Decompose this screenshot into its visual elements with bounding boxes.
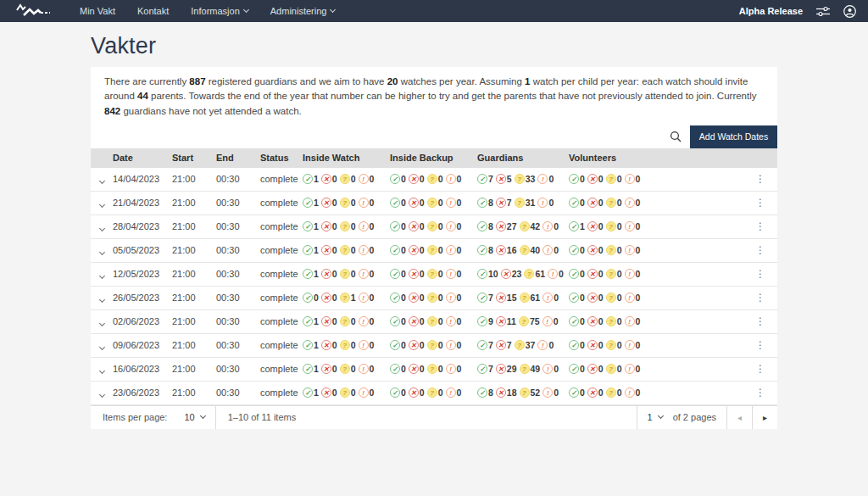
approved-count: 8 [488, 198, 493, 208]
alert-icon: ! [446, 340, 456, 350]
unanswered-icon: ? [427, 364, 437, 374]
row-expander-button[interactable] [98, 195, 106, 211]
row-start: 21:00 [172, 387, 216, 398]
declined-icon: ✕ [321, 221, 331, 231]
nav-item-administering[interactable]: Administering [270, 6, 336, 16]
unanswered-icon: ? [427, 269, 437, 279]
approved-icon: ✓ [390, 316, 400, 326]
unanswered-icon: ? [515, 198, 525, 208]
declined-icon: ✕ [321, 269, 331, 279]
unanswered-count: 0 [351, 316, 356, 326]
chevron-down-icon [98, 178, 104, 184]
approved-count: 1 [314, 364, 319, 374]
row-overflow-menu-button[interactable]: ⋮ [755, 269, 765, 279]
table-header: Date Start End Status Inside Watch Insid… [91, 148, 777, 168]
add-watch-dates-button[interactable]: Add Watch Dates [690, 125, 777, 148]
items-per-page-select[interactable]: 10 [174, 406, 214, 429]
nav-item-min-vakt[interactable]: Min Vakt [80, 6, 115, 16]
alert-icon: ! [446, 174, 456, 184]
next-page-button[interactable]: ▸ [752, 406, 777, 429]
row-overflow-menu-button[interactable]: ⋮ [755, 221, 765, 231]
row-overflow-menu-button[interactable]: ⋮ [755, 293, 765, 303]
prev-page-button[interactable]: ◂ [726, 406, 752, 429]
approved-count: 8 [488, 221, 493, 231]
approved-icon: ✓ [477, 198, 487, 208]
alert-icon: ! [359, 245, 369, 255]
row-end: 00:30 [216, 293, 260, 303]
unanswered-icon: ? [427, 340, 437, 350]
unanswered-count: 42 [531, 221, 541, 231]
table-row: 12/05/2023 21:00 00:30 complete ✓1✕0?0!0… [91, 263, 777, 287]
declined-icon: ✕ [496, 340, 506, 350]
search-button[interactable] [91, 125, 690, 148]
approved-icon: ✓ [477, 221, 487, 231]
approved-count: 0 [580, 174, 585, 184]
unanswered-icon: ? [340, 269, 350, 279]
unanswered-count: 0 [351, 387, 356, 398]
row-expander-button[interactable] [98, 385, 106, 401]
col-status: Status [260, 153, 303, 163]
row-date: 28/04/2023 [113, 221, 172, 231]
nav-item-kontakt[interactable]: Kontakt [137, 6, 169, 16]
row-overflow-menu-button[interactable]: ⋮ [755, 174, 765, 184]
brand-logo[interactable] [12, 3, 51, 20]
row-overflow-menu-button[interactable]: ⋮ [755, 198, 765, 208]
row-expander-button[interactable] [98, 337, 106, 354]
declined-count: 0 [420, 221, 425, 231]
declined-icon: ✕ [409, 364, 419, 374]
declined-icon: ✕ [409, 198, 419, 208]
row-expander-button[interactable] [98, 242, 106, 259]
row-expander-button[interactable] [98, 314, 106, 330]
col-date: Date [113, 153, 172, 163]
declined-count: 0 [598, 198, 604, 208]
row-overflow-menu-button[interactable]: ⋮ [755, 340, 765, 350]
row-overflow-menu-button[interactable]: ⋮ [755, 316, 765, 326]
row-expander-button[interactable] [98, 171, 106, 187]
alert-icon: ! [359, 316, 369, 326]
row-end: 00:30 [216, 174, 260, 184]
alert-count: 0 [636, 316, 641, 326]
row-expander-button[interactable] [98, 361, 106, 377]
page-number-select[interactable]: 1 [637, 406, 673, 429]
alert-count: 0 [554, 387, 559, 398]
alert-icon: ! [625, 269, 635, 279]
row-start: 21:00 [172, 293, 216, 303]
unanswered-count: 0 [351, 340, 356, 350]
declined-count: 0 [420, 316, 425, 326]
unanswered-icon: ? [427, 316, 437, 326]
settings-sliders-button[interactable] [816, 6, 830, 17]
alert-count: 0 [636, 198, 641, 208]
row-expander-button[interactable] [98, 290, 106, 306]
alert-count: 0 [370, 364, 375, 374]
main-nav: Min Vakt Kontakt Informasjon Administeri… [80, 6, 335, 16]
declined-icon: ✕ [496, 316, 506, 326]
row-expander-button[interactable] [98, 219, 106, 235]
row-overflow-menu-button[interactable]: ⋮ [755, 245, 765, 255]
unanswered-count: 0 [617, 221, 622, 231]
chevron-down-icon [98, 202, 104, 208]
approved-icon: ✓ [569, 340, 579, 350]
alert-count: 0 [554, 293, 559, 303]
declined-count: 5 [507, 174, 512, 184]
watches-card: There are currently 887 registered guard… [91, 67, 777, 429]
nav-item-informasjon[interactable]: Informasjon [191, 6, 248, 16]
unanswered-icon: ? [340, 174, 350, 184]
row-start: 21:00 [172, 198, 216, 208]
row-expander-button[interactable] [98, 266, 106, 282]
declined-count: 0 [332, 198, 337, 208]
declined-count: 0 [332, 245, 337, 255]
alert-icon: ! [537, 174, 548, 184]
approved-icon: ✓ [569, 364, 579, 374]
unanswered-count: 0 [351, 245, 356, 255]
row-overflow-menu-button[interactable]: ⋮ [755, 364, 765, 374]
unanswered-count: 0 [617, 387, 622, 398]
alert-count: 0 [636, 293, 641, 303]
account-button[interactable] [843, 5, 856, 18]
table-row: 21/04/2023 21:00 00:30 complete ✓1✕0?0!0… [91, 192, 777, 215]
status-badge: complete [260, 198, 303, 208]
declined-count: 0 [420, 364, 425, 374]
declined-icon: ✕ [496, 387, 506, 398]
approved-icon: ✓ [390, 387, 400, 398]
row-overflow-menu-button[interactable]: ⋮ [755, 387, 765, 398]
approved-icon: ✓ [477, 293, 487, 303]
